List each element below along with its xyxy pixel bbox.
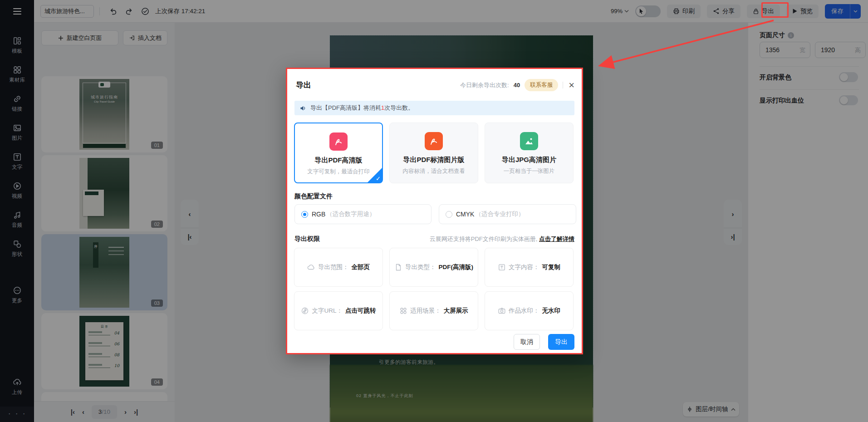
notice-text: 次导出数。 [384,104,414,111]
perm-label: 导出类型： [405,263,436,271]
perm-label: 导出范围： [318,263,349,271]
camera-icon [498,307,506,315]
perm-value: 大屏展示 [444,307,468,315]
dialog-title: 导出 [296,80,311,90]
perm-label: 文字内容： [509,263,539,271]
notice-text: 导出【PDF高清版】将消耗 [310,104,381,111]
link-circle-icon [301,307,309,315]
radio-unselected-icon [446,211,452,218]
cmyk-label: CMYK [456,211,474,218]
print-service-tip: 云展网还支持将PDF文件印刷为实体画册, [430,236,538,242]
perm-text-content: 文字内容：可复制 [485,248,574,287]
rgb-hint: （适合数字用途） [326,210,375,218]
option-title: 导出PDF标清图片版 [390,156,478,164]
export-option-pdf-sd[interactable]: 导出PDF标清图片版 内容标清，适合文档查看 [389,123,478,183]
confirm-export-label: 导出 [555,338,568,346]
grid-icon [399,307,407,315]
export-permissions-label: 导出权限 [294,235,320,243]
rgb-label: RGB [312,211,325,218]
pdf-hd-icon [329,132,348,151]
header-divider [563,82,563,88]
perm-value: 可复制 [542,263,561,271]
perm-text-url: 文字URL：点击可跳转 [294,291,383,330]
close-icon[interactable]: × [568,81,575,89]
export-option-pdf-hd[interactable]: 导出PDF高清版 文字可复制，最适合打印 ✓ [294,123,383,183]
app-root: 城市旅游特色... 上次保存 17:42:21 99% [0,0,868,422]
remaining-exports-label: 今日剩余导出次数: [460,81,509,89]
option-title: 导出PDF高清版 [295,156,382,165]
file-icon [394,263,402,271]
cancel-button[interactable]: 取消 [514,334,540,350]
perm-watermark: 作品水印：无水印 [485,291,574,330]
cancel-label: 取消 [520,338,533,346]
perm-use-scene: 适用场景：大屏展示 [389,291,478,330]
perm-value: 全部页 [352,263,370,271]
annotation-highlight-export-button [761,2,789,18]
option-subtitle: 内容标清，适合文档查看 [390,167,478,175]
confirm-export-button[interactable]: 导出 [548,334,574,350]
export-notice-banner: 导出【PDF高清版】将消耗1次导出数。 [294,101,574,115]
jpg-icon [520,132,538,150]
perm-label: 文字URL： [312,307,343,315]
perm-export-range: 导出范围：全部页 [294,248,383,287]
perm-label: 作品水印： [509,307,539,315]
color-profile-label: 颜色配置文件 [294,192,333,201]
cmyk-hint: （适合专业打印） [475,210,524,218]
text-box-icon [498,263,506,271]
cloud-icon [307,263,315,271]
perm-value: PDF(高清版) [439,263,474,271]
speaker-icon [300,105,307,112]
perm-label: 适用场景： [410,307,441,315]
export-dialog: 导出 今日剩余导出次数: 40 联系客服 × 导出【PDF高清版】将消耗1次导出… [286,68,583,354]
remaining-exports-count: 40 [514,82,520,88]
option-title: 导出JPG高清图片 [485,156,573,164]
radio-selected-icon [301,211,308,218]
contact-support-button[interactable]: 联系客服 [525,79,558,91]
pdf-sd-icon [425,132,443,150]
perm-value: 点击可跳转 [345,307,376,315]
check-icon: ✓ [376,175,381,182]
annotation-arrow [590,16,780,73]
print-service-link[interactable]: 点击了解详情 [539,236,574,242]
export-option-jpg[interactable]: 导出JPG高清图片 一页相当于一张图片 [485,123,574,183]
perm-export-type: 导出类型：PDF(高清版) [389,248,478,287]
option-subtitle: 一页相当于一张图片 [485,167,573,175]
rgb-radio-option[interactable]: RGB （适合数字用途） [294,204,432,224]
perm-value: 无水印 [542,307,561,315]
cmyk-radio-option[interactable]: CMYK （适合专业打印） [439,204,576,224]
